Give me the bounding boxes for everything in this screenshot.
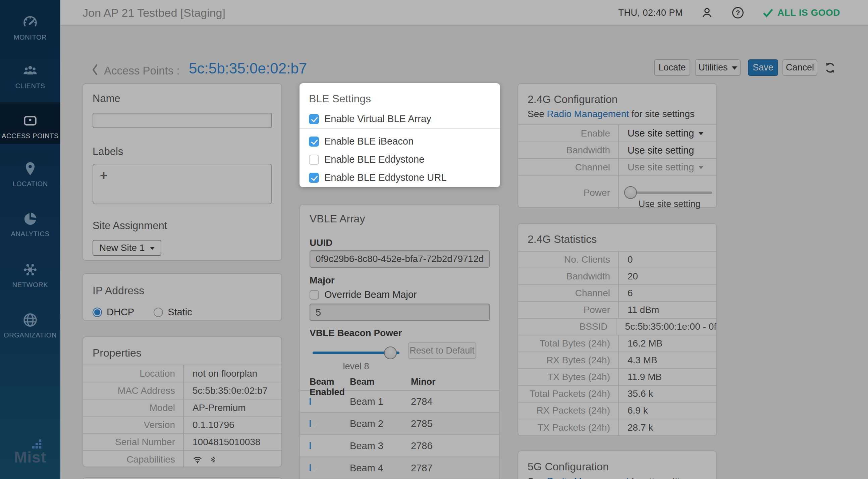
ble-option-row: Enable BLE iBeacon (309, 136, 491, 147)
ble-option-row: Enable BLE Eddystone URL (309, 172, 491, 183)
enable-eddystone-url-checkbox[interactable] (309, 173, 319, 183)
checkbox-label: Enable Virtual BLE Array (324, 113, 431, 124)
enable-vble-array-checkbox[interactable] (309, 114, 319, 124)
ble-settings-panel: BLE Settings Enable Virtual BLE Array En… (300, 83, 500, 187)
ble-option-row: Enable Virtual BLE Array (309, 113, 491, 124)
ble-settings-title: BLE Settings (309, 92, 491, 105)
ble-option-row: Enable BLE Eddystone (309, 154, 491, 165)
app-root: MONITOR CLIENTS ACCESS POINTS (0, 0, 868, 479)
enable-eddystone-checkbox[interactable] (309, 155, 319, 165)
divider (300, 128, 500, 129)
checkbox-label: Enable BLE iBeacon (324, 136, 413, 147)
checkbox-label: Enable BLE Eddystone (324, 154, 424, 165)
dim-overlay (0, 0, 868, 479)
enable-ibeacon-checkbox[interactable] (309, 137, 319, 147)
checkbox-label: Enable BLE Eddystone URL (324, 172, 446, 183)
